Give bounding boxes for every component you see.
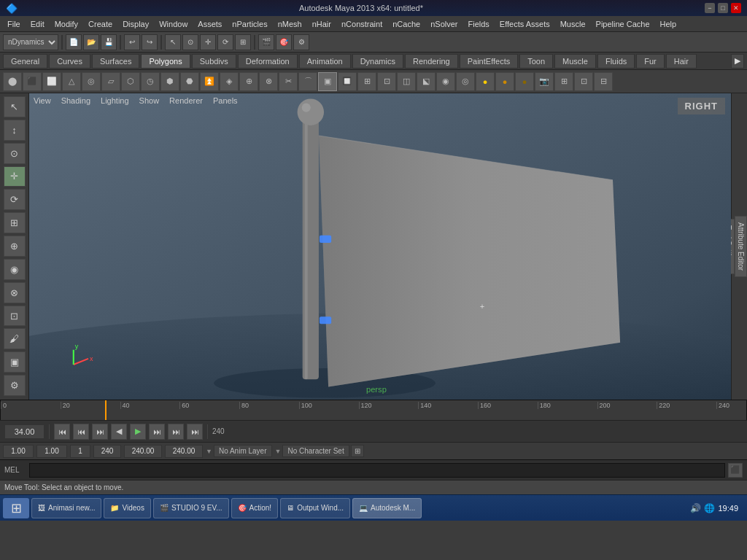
- show-manip-btn[interactable]: ⊗: [4, 282, 26, 303]
- menu-item-nsolver[interactable]: nSolver: [426, 18, 462, 30]
- attr-editor-tab[interactable]: Attribute Editor: [735, 216, 747, 277]
- menu-item-file[interactable]: File: [3, 18, 25, 30]
- icon-torus[interactable]: ◎: [82, 72, 101, 91]
- icon-light1[interactable]: ●: [476, 72, 495, 91]
- rotate-btn[interactable]: ⟳: [4, 189, 26, 210]
- lasso-tool-btn[interactable]: ⊙: [182, 34, 198, 50]
- icon-subdiv[interactable]: ⬢: [160, 72, 179, 91]
- timeline-ruler[interactable]: 0 20 40 60 80 100 120 140 160 180 200 22…: [0, 400, 747, 420]
- status-field2[interactable]: [36, 445, 67, 458]
- menu-item-pipeline-cache[interactable]: Pipeline Cache: [592, 18, 654, 30]
- menu-item-edit[interactable]: Edit: [26, 18, 49, 30]
- taskbar-item-studio[interactable]: 🎬 STUDIO 9 EV...: [153, 498, 229, 518]
- toolbar-btn-3[interactable]: 💾: [101, 34, 117, 50]
- tab-surfaces[interactable]: Surfaces: [92, 54, 139, 69]
- select-tool-btn[interactable]: ↖: [165, 34, 181, 50]
- icon-poly[interactable]: ⬣: [180, 72, 199, 91]
- icon-extrude[interactable]: ⏫: [200, 72, 219, 91]
- vp-menu-show[interactable]: Show: [139, 96, 160, 105]
- icon-special[interactable]: ⬡: [121, 72, 140, 91]
- go-to-end-btn[interactable]: ⏭: [187, 424, 203, 440]
- icon-persp[interactable]: ⊡: [574, 72, 593, 91]
- char-set-icon[interactable]: ⊞: [351, 445, 364, 457]
- region-btn[interactable]: ▣: [4, 351, 26, 373]
- taskbar-item-action[interactable]: 🎯 Action!: [231, 498, 279, 518]
- tab-hair[interactable]: Hair: [666, 54, 697, 69]
- menu-item-nparticles[interactable]: nParticles: [228, 18, 271, 30]
- universal-btn[interactable]: ⊕: [4, 236, 26, 257]
- tab-deformation[interactable]: Deformation: [238, 54, 298, 69]
- icon-plane[interactable]: ▱: [101, 72, 120, 91]
- icon-light3[interactable]: ●: [515, 72, 534, 91]
- current-frame-display[interactable]: [4, 424, 44, 439]
- tab-muscle[interactable]: Muscle: [554, 54, 596, 69]
- menu-item-fields[interactable]: Fields: [463, 18, 493, 30]
- rotate-tool-btn[interactable]: ⟳: [217, 34, 233, 50]
- menu-item-effects-assets[interactable]: Effects Assets: [495, 18, 554, 30]
- go-to-start-btn[interactable]: ⏮: [54, 424, 70, 440]
- display-settings-btn[interactable]: ⚙: [293, 34, 309, 50]
- vp-menu-panels[interactable]: Panels: [213, 96, 238, 105]
- status-field4[interactable]: [93, 445, 121, 458]
- status-field1[interactable]: [3, 445, 34, 458]
- taskbar-item-videos[interactable]: 📁 Videos: [104, 498, 150, 518]
- move-tool-btn[interactable]: ✛: [200, 34, 216, 50]
- menu-item-window[interactable]: Window: [155, 18, 192, 30]
- prev-key-btn[interactable]: ⏭: [92, 424, 108, 440]
- icon-xray[interactable]: ◉: [436, 72, 455, 91]
- attr-btn[interactable]: ⚙: [4, 375, 26, 396]
- tab-fur[interactable]: Fur: [636, 54, 665, 69]
- status-field3[interactable]: [70, 445, 90, 458]
- tab-subdivs[interactable]: Subdivs: [192, 54, 236, 69]
- move-btn[interactable]: ✛: [4, 166, 26, 187]
- tab-general[interactable]: General: [3, 54, 47, 69]
- icon-cube[interactable]: ⬛: [23, 72, 42, 91]
- lasso-btn[interactable]: ⊙: [4, 143, 26, 164]
- icon-light2[interactable]: ●: [495, 72, 514, 91]
- icon-uv[interactable]: 🔲: [338, 72, 357, 91]
- status-field5[interactable]: [124, 445, 162, 458]
- menu-item-nmesh[interactable]: nMesh: [274, 18, 306, 30]
- snap-to-btn[interactable]: ⊡: [4, 306, 26, 327]
- tab-polygons[interactable]: Polygons: [141, 54, 190, 69]
- tab-animation[interactable]: Animation: [299, 54, 351, 69]
- taskbar-item-animasi[interactable]: 🖼 Animasi new...: [31, 498, 101, 518]
- scale-tool-btn[interactable]: ⊞: [235, 34, 251, 50]
- play-fwd-btn[interactable]: ▶: [130, 424, 146, 440]
- start-button[interactable]: ⊞: [3, 498, 29, 518]
- soft-select-btn[interactable]: ◉: [4, 259, 26, 280]
- icon-sphere[interactable]: ⬤: [3, 72, 22, 91]
- toolbar-btn-5[interactable]: ↪: [142, 34, 158, 50]
- icon-snap1[interactable]: ⊡: [377, 72, 396, 91]
- speaker-icon[interactable]: 🔊: [690, 503, 701, 513]
- tab-curves[interactable]: Curves: [49, 54, 90, 69]
- maximize-btn[interactable]: □: [718, 3, 728, 13]
- menu-item-modify[interactable]: Modify: [50, 18, 82, 30]
- minimize-btn[interactable]: −: [705, 3, 715, 13]
- icon-snap2[interactable]: ◫: [397, 72, 416, 91]
- script-editor-btn[interactable]: ⬛: [728, 463, 743, 478]
- menu-item-create[interactable]: Create: [84, 18, 117, 30]
- icon-cut[interactable]: ✂: [279, 72, 298, 91]
- menu-item-muscle[interactable]: Muscle: [556, 18, 590, 30]
- icon-split[interactable]: ⊗: [259, 72, 278, 91]
- play-back-btn[interactable]: ◀: [111, 424, 127, 440]
- next-key-btn[interactable]: ⏭: [149, 424, 165, 440]
- dynamics-dropdown[interactable]: nDynamics: [3, 34, 58, 50]
- toolbar-btn-2[interactable]: 📂: [83, 34, 99, 50]
- viewport[interactable]: x y persp + View Shading Lighting Show R…: [29, 93, 731, 400]
- taskbar-item-output[interactable]: 🖥 Output Wind...: [280, 498, 350, 518]
- menu-item-assets[interactable]: Assets: [193, 18, 226, 30]
- icon-cone[interactable]: △: [62, 72, 81, 91]
- icon-selected[interactable]: ▣: [318, 72, 337, 91]
- menu-item-display[interactable]: Display: [118, 18, 153, 30]
- tab-dynamics[interactable]: Dynamics: [352, 54, 403, 69]
- command-input[interactable]: [29, 463, 725, 478]
- scale-btn[interactable]: ⊞: [4, 212, 26, 233]
- icon-smooth[interactable]: ⌒: [298, 72, 317, 91]
- menu-item-help[interactable]: Help: [656, 18, 681, 30]
- status-field6[interactable]: [165, 445, 203, 458]
- icon-panels[interactable]: ⊟: [594, 72, 613, 91]
- select2-btn[interactable]: ↕: [4, 120, 26, 141]
- icon-nurbs[interactable]: ◷: [141, 72, 160, 91]
